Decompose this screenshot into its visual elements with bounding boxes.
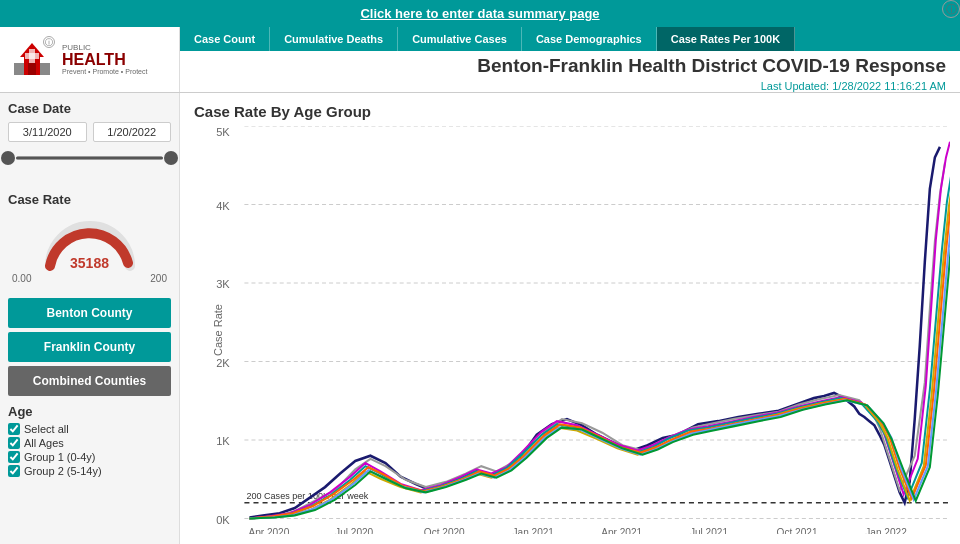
page-title: Benton-Franklin Health District COVID-19… [477,55,946,78]
gauge-min: 0.00 [12,273,31,284]
age-all-ages-label: All Ages [24,437,64,449]
data-summary-link[interactable]: Click here to enter data summary page [360,6,599,21]
date-end[interactable]: 1/20/2022 [93,122,172,142]
svg-text:Apr 2020: Apr 2020 [248,527,289,534]
chart-title: Case Rate By Age Group [194,103,371,120]
chart-svg: 0K 1K 2K 3K 4K 5K 200 Cases per 100K pe [194,126,950,534]
nav-tabs: Case Count Cumulative Deaths Cumulative … [180,27,960,51]
benton-county-button[interactable]: Benton County [8,298,171,328]
y-axis-label: Case Rate [212,304,224,356]
age-group-1-label: Group 1 (0-4y) [24,451,96,463]
logo-area: ⓘ PUBLIC HEALTH Prevent • Promote • Prot… [0,27,180,92]
slider-thumb-left[interactable] [1,151,15,165]
svg-text:Oct 2020: Oct 2020 [424,527,465,534]
gauge-max: 200 [150,273,167,284]
age-group-2[interactable]: Group 2 (5-14y) [8,465,171,477]
gauge-value: 35188 [70,255,109,271]
age-select-all[interactable]: Select all [8,423,171,435]
svg-text:Jul 2021: Jul 2021 [690,527,728,534]
age-select-all-label: Select all [24,423,69,435]
svg-text:3K: 3K [216,278,230,290]
svg-text:5K: 5K [216,126,230,138]
svg-text:Jan 2021: Jan 2021 [513,527,555,534]
date-slider[interactable] [8,148,171,168]
svg-text:1K: 1K [216,435,230,447]
gauge-min-max: 0.00 200 [8,273,171,284]
checkbox-select-all[interactable] [8,423,20,435]
top-bar: Click here to enter data summary page [0,0,960,27]
age-group-2-label: Group 2 (5-14y) [24,465,102,477]
tab-cumulative-cases[interactable]: Cumulative Cases [398,27,522,51]
svg-text:Jul 2020: Jul 2020 [335,527,373,534]
case-rate-label: Case Rate [8,192,171,207]
svg-rect-7 [25,53,39,59]
franklin-county-button[interactable]: Franklin County [8,332,171,362]
svg-text:Jan 2022: Jan 2022 [865,527,907,534]
slider-thumb-right[interactable] [164,151,178,165]
tab-cumulative-deaths[interactable]: Cumulative Deaths [270,27,398,51]
date-range: 3/11/2020 1/20/2022 [8,122,171,142]
checkbox-group-2[interactable] [8,465,20,477]
tab-case-count[interactable]: Case Count [180,27,270,51]
svg-text:2K: 2K [216,356,230,368]
age-all-ages[interactable]: All Ages [8,437,171,449]
svg-rect-4 [14,63,24,75]
chart-wrapper: Case Rate 0K 1K 2K 3K 4K 5K [194,126,950,534]
county-buttons: Benton County Franklin County Combined C… [8,298,171,400]
svg-text:4K: 4K [216,199,230,211]
case-date-label: Case Date [8,101,171,116]
tab-case-demographics[interactable]: Case Demographics [522,27,657,51]
gauge: 35188 [40,211,140,271]
logo-text: PUBLIC HEALTH Prevent • Promote • Protec… [62,43,147,75]
last-updated: Last Updated: 1/28/2022 11:16:21 AM [761,80,946,92]
chart-area: Case Rate By Age Group ⓘ Case Rate 0K 1K… [180,93,960,544]
svg-text:0K: 0K [216,513,230,525]
sidebar: Case Date 3/11/2020 1/20/2022 Case Rate [0,93,180,544]
checkbox-group-1[interactable] [8,451,20,463]
age-group-1[interactable]: Group 1 (0-4y) [8,451,171,463]
tab-case-rates[interactable]: Case Rates Per 100K [657,27,795,51]
age-label: Age [8,404,171,419]
svg-rect-2 [28,63,36,75]
combined-counties-button[interactable]: Combined Counties [8,366,171,396]
svg-rect-5 [40,63,50,75]
age-section: Age Select all All Ages Group 1 (0-4y) G… [8,404,171,479]
svg-text:Apr 2021: Apr 2021 [601,527,642,534]
checkbox-all-ages[interactable] [8,437,20,449]
svg-text:Oct 2021: Oct 2021 [777,527,818,534]
date-start[interactable]: 3/11/2020 [8,122,87,142]
